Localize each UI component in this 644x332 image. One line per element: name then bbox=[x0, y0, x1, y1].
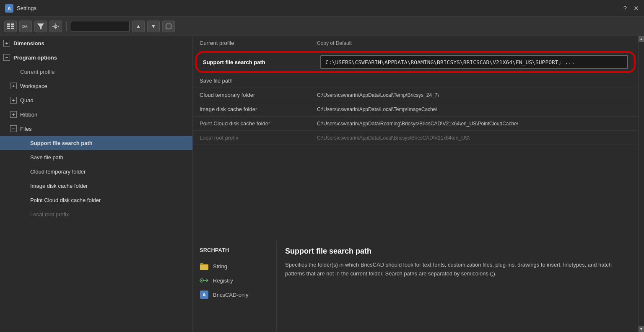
bricscad-icon: A bbox=[200, 290, 209, 299]
window-title: Settings bbox=[17, 5, 623, 11]
toolbar-nav-up[interactable]: ▲ bbox=[132, 21, 145, 32]
registry-icon bbox=[200, 276, 209, 285]
setting-row-image-disk: Image disk cache folder C:\Users\csweari… bbox=[193, 102, 638, 117]
setting-label-local-root: Local root prefix bbox=[200, 135, 317, 141]
expander-dimensions[interactable]: + bbox=[3, 40, 10, 47]
srchpath-label: SRCHPATH bbox=[200, 247, 270, 253]
type-registry-label: Registry bbox=[213, 278, 233, 284]
toolbar-nav-down[interactable]: ▼ bbox=[147, 21, 160, 32]
setting-row-point-cloud: Point Cloud disk cache folder C:\Users\c… bbox=[193, 117, 638, 131]
tree-item-current-profile[interactable]: Current profile bbox=[0, 65, 192, 79]
toolbar-icon-4[interactable] bbox=[49, 21, 62, 32]
setting-row-current-profile: Current profile Copy of Default bbox=[193, 36, 638, 50]
right-panel: Current profile Copy of Default Support … bbox=[193, 36, 638, 332]
tree-item-point-cloud-cache[interactable]: Point Cloud disk cache folder bbox=[0, 193, 192, 207]
setting-label-save-file-path: Save file path bbox=[200, 78, 317, 84]
info-title: Support file search path bbox=[285, 247, 630, 256]
toolbar-icon-3[interactable] bbox=[34, 21, 47, 32]
svg-rect-1 bbox=[11, 23, 14, 25]
setting-row-cloud-temp: Cloud temporary folder C:\Users\cswearin… bbox=[193, 88, 638, 102]
toolbar-icon-1[interactable] bbox=[4, 21, 17, 32]
help-button[interactable]: ? bbox=[623, 5, 627, 11]
info-right: Support file search path Specifies the f… bbox=[277, 240, 638, 332]
scrollbar-up-button[interactable]: ▲ bbox=[639, 36, 644, 42]
info-description: Specifies the folder(s) in which BricsCA… bbox=[285, 261, 630, 278]
type-string-label: String bbox=[213, 263, 227, 270]
main-scrollbar: ▲ ▼ bbox=[638, 36, 644, 332]
type-row-registry: Registry bbox=[200, 276, 270, 285]
scrollbar-down-button[interactable]: ▼ bbox=[639, 326, 644, 332]
setting-value-current-profile: Copy of Default bbox=[317, 40, 631, 46]
info-panel: SRCHPATH String bbox=[193, 240, 638, 332]
setting-value-point-cloud: C:\Users\cswearin\AppData\Roaming\Bricsy… bbox=[317, 121, 631, 127]
svg-rect-14 bbox=[166, 24, 171, 29]
svg-point-16 bbox=[201, 280, 203, 281]
tree-item-cloud-temp-folder[interactable]: Cloud temporary folder bbox=[0, 164, 192, 179]
toolbar-icon-2[interactable]: DA bbox=[19, 21, 32, 32]
type-row-string: String bbox=[200, 262, 270, 271]
toolbar-separator bbox=[66, 21, 67, 31]
svg-marker-7 bbox=[37, 23, 44, 29]
tree-item-quad[interactable]: + Quad bbox=[0, 93, 192, 107]
svg-rect-3 bbox=[11, 26, 14, 27]
expander-program-options[interactable]: − bbox=[3, 54, 10, 61]
setting-value-image-disk: C:\Users\cswearin\AppData\Local\Temp\Ima… bbox=[317, 106, 631, 112]
title-bar: A Settings ? ✕ bbox=[0, 0, 644, 17]
setting-row-support-path: Support file search path C:\USERS\CSWEAR… bbox=[196, 53, 635, 71]
main-content: + Dimensions − Program options Current p… bbox=[0, 36, 644, 332]
setting-label-point-cloud: Point Cloud disk cache folder bbox=[200, 120, 317, 127]
setting-value-cloud-temp: C:\Users\cswearin\AppData\Local\Temp\Bri… bbox=[317, 92, 631, 98]
toolbar-new-profile[interactable] bbox=[162, 21, 175, 32]
tree-item-support-file-search-path[interactable]: Support file search path bbox=[0, 136, 192, 150]
svg-text:DA: DA bbox=[22, 24, 28, 29]
setting-label-current-profile: Current profile bbox=[200, 40, 317, 46]
close-button[interactable]: ✕ bbox=[634, 5, 639, 11]
tree-panel: + Dimensions − Program options Current p… bbox=[0, 36, 193, 332]
app-icon: A bbox=[5, 4, 13, 13]
setting-label-image-disk: Image disk cache folder bbox=[200, 106, 317, 112]
tree-item-local-root-prefix[interactable]: Local root prefix bbox=[0, 207, 192, 221]
tree-item-dimensions[interactable]: + Dimensions bbox=[0, 36, 192, 50]
tree-item-image-disk-cache[interactable]: Image disk cache folder bbox=[0, 179, 192, 193]
setting-row-save-file-path: Save file path bbox=[193, 74, 638, 88]
setting-value-support-path[interactable]: C:\USERS\CSWEARIN\APPDATA\ROAMING\BRICSY… bbox=[320, 55, 628, 69]
highlighted-wrapper: Support file search path C:\USERS\CSWEAR… bbox=[193, 50, 638, 74]
svg-rect-4 bbox=[7, 28, 10, 29]
settings-area: Current profile Copy of Default Support … bbox=[193, 36, 638, 240]
tree-item-ribbon[interactable]: + Ribbon bbox=[0, 107, 192, 122]
svg-rect-0 bbox=[7, 23, 10, 25]
tree-item-save-file-path[interactable]: Save file path bbox=[0, 150, 192, 164]
svg-rect-2 bbox=[7, 26, 10, 27]
title-bar-controls: ? ✕ bbox=[623, 5, 639, 11]
type-row-bricscad: A BricsCAD-only bbox=[200, 290, 270, 299]
expander-workspace[interactable]: + bbox=[10, 83, 17, 89]
svg-rect-5 bbox=[11, 28, 14, 29]
toolbar: DA ▲ ▼ bbox=[0, 17, 644, 36]
type-bricscad-label: BricsCAD-only bbox=[213, 292, 249, 298]
info-left: SRCHPATH String bbox=[193, 240, 277, 332]
search-input[interactable] bbox=[71, 21, 130, 32]
tree-item-files[interactable]: − Files bbox=[0, 122, 192, 136]
expander-quad[interactable]: + bbox=[10, 97, 17, 104]
tree-item-program-options[interactable]: − Program options bbox=[0, 50, 192, 65]
expander-ribbon[interactable]: + bbox=[10, 111, 17, 118]
setting-row-local-root: Local root prefix C:\Users\cswearin\AppD… bbox=[193, 131, 638, 145]
setting-value-local-root: C:\Users\cswearin\AppData\Local\Bricsys\… bbox=[317, 135, 631, 141]
string-icon bbox=[200, 262, 209, 271]
expander-files[interactable]: − bbox=[10, 125, 17, 132]
svg-point-9 bbox=[55, 26, 56, 27]
setting-label-support-path: Support file search path bbox=[203, 59, 320, 65]
setting-label-cloud-temp: Cloud temporary folder bbox=[200, 92, 317, 98]
tree-item-workspace[interactable]: + Workspace bbox=[0, 79, 192, 93]
